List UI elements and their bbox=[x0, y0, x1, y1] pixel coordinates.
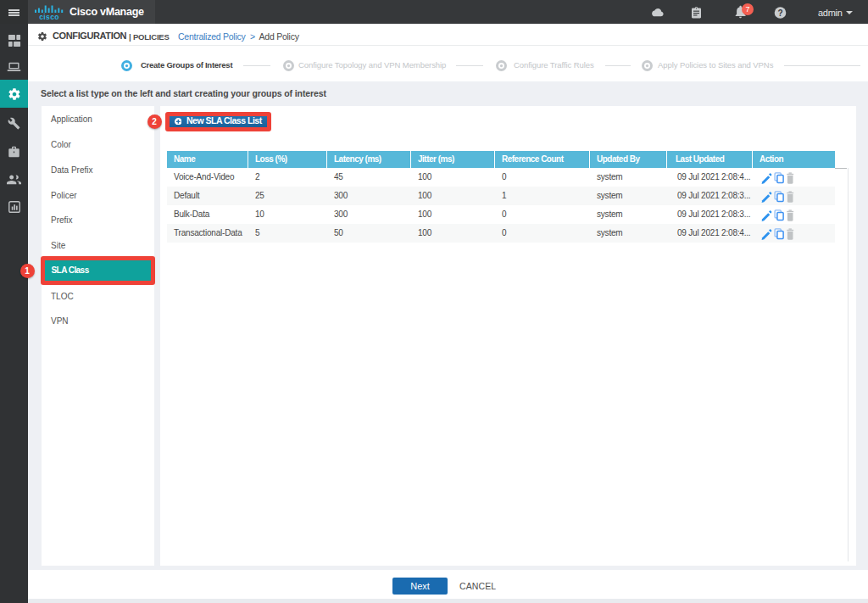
svg-text:?: ? bbox=[777, 8, 782, 18]
svg-text:cisco: cisco bbox=[39, 13, 59, 20]
